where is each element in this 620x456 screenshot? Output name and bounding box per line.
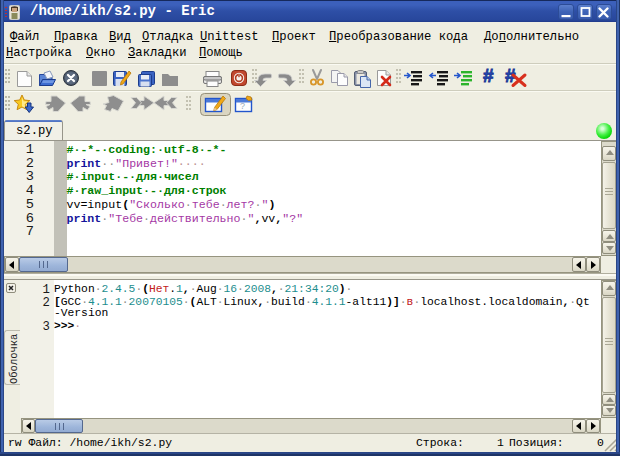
svg-text:?: ? [240,101,245,111]
svg-text:#: # [483,65,494,86]
